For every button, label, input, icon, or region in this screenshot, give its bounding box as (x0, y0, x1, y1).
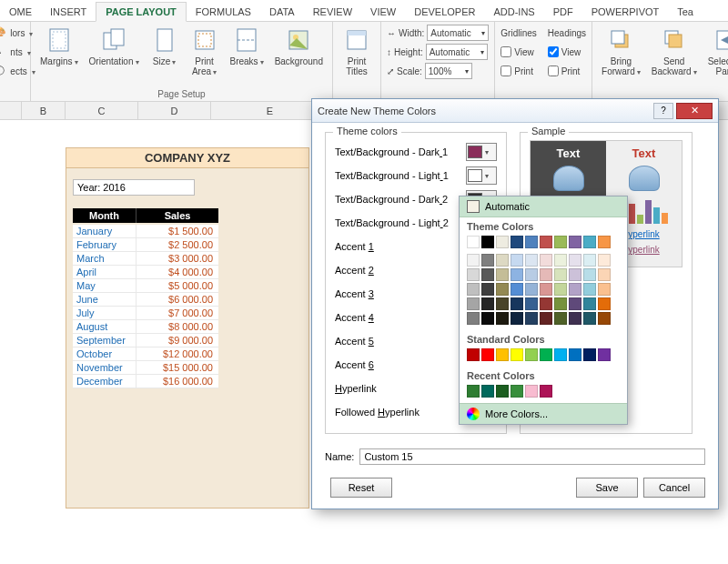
color-swatch[interactable] (511, 283, 523, 296)
color-swatch[interactable] (540, 312, 552, 325)
width-combo[interactable]: Automatic (427, 25, 489, 41)
color-swatch[interactable] (554, 297, 567, 310)
table-row[interactable]: April$4 000.00 (73, 266, 218, 279)
gridlines-view-check[interactable]: View (500, 43, 536, 61)
scale-combo[interactable]: 100% (425, 63, 472, 79)
color-swatch[interactable] (481, 254, 494, 267)
print-area-button[interactable]: Print Area (187, 24, 223, 79)
color-swatch[interactable] (583, 348, 596, 361)
color-swatch[interactable] (598, 254, 611, 267)
table-row[interactable]: October$12 000.00 (73, 347, 218, 361)
background-button[interactable]: Background (271, 24, 327, 68)
color-swatch[interactable] (467, 385, 480, 398)
color-swatch[interactable] (467, 312, 480, 325)
color-swatch[interactable] (525, 283, 538, 296)
size-button[interactable]: Size (147, 24, 183, 69)
color-swatch[interactable] (598, 312, 611, 325)
color-swatch[interactable] (569, 297, 581, 310)
color-swatch[interactable] (583, 254, 596, 267)
table-row[interactable]: January$1 500.00 (73, 225, 218, 238)
tab-data[interactable]: DATA (260, 3, 304, 21)
automatic-color-option[interactable]: Automatic (460, 196, 627, 217)
save-button[interactable]: Save (576, 478, 638, 498)
table-row[interactable]: December$16 000.00 (73, 375, 218, 388)
color-swatch[interactable] (511, 348, 523, 361)
color-swatch[interactable] (554, 236, 567, 248)
color-swatch[interactable] (540, 236, 552, 248)
color-swatch[interactable] (496, 385, 509, 398)
color-swatch[interactable] (481, 385, 494, 398)
tab-add-ins[interactable]: ADD-INS (484, 3, 543, 21)
bring-forward-button[interactable]: Bring Forward (598, 24, 644, 79)
color-swatch[interactable] (525, 297, 538, 310)
table-row[interactable]: November$15 000.00 (73, 361, 218, 375)
color-swatch[interactable] (554, 283, 567, 296)
table-row[interactable]: March$3 000.00 (73, 252, 218, 266)
color-swatch[interactable] (569, 312, 581, 325)
tab-formulas[interactable]: FORMULAS (187, 3, 260, 21)
color-swatch[interactable] (511, 297, 523, 310)
help-button[interactable]: ? (653, 103, 673, 119)
color-swatch[interactable] (511, 312, 523, 325)
year-cell[interactable]: Year: 2016 (73, 179, 195, 196)
dialog-titlebar[interactable]: Create New Theme Colors ? ✕ (312, 99, 718, 123)
color-swatch[interactable] (598, 283, 611, 296)
column-header-C[interactable]: C (66, 102, 138, 119)
tab-pdf[interactable]: PDF (544, 3, 582, 21)
color-swatch[interactable] (496, 312, 509, 325)
color-swatch[interactable] (496, 297, 509, 310)
color-swatch[interactable] (583, 312, 596, 325)
gridlines-print-check[interactable]: Print (500, 62, 536, 80)
color-swatch[interactable] (598, 348, 611, 361)
effects-dropdown[interactable]: ◯ects (0, 62, 35, 80)
color-swatch[interactable] (598, 236, 611, 248)
breaks-button[interactable]: Breaks (227, 24, 268, 69)
color-swatch[interactable] (525, 385, 538, 398)
color-swatch[interactable] (540, 348, 552, 361)
color-swatch[interactable] (540, 283, 552, 296)
color-swatch[interactable] (496, 254, 509, 267)
color-swatch[interactable] (467, 283, 480, 296)
color-swatch[interactable] (540, 268, 552, 281)
table-row[interactable]: May$5 000.00 (73, 279, 218, 293)
colors-dropdown[interactable]: 🎨lors (0, 24, 35, 42)
color-swatch[interactable] (598, 297, 611, 310)
cancel-button[interactable]: Cancel (643, 478, 705, 498)
color-swatch[interactable] (481, 268, 494, 281)
reset-button[interactable]: Reset (330, 478, 392, 498)
tab-view[interactable]: VIEW (361, 3, 405, 21)
tab-powerpivot[interactable]: POWERPIVOT (582, 3, 669, 21)
table-row[interactable]: February$2 500.00 (73, 238, 218, 252)
color-swatch[interactable] (525, 236, 538, 248)
tab-tea[interactable]: Tea (668, 3, 703, 21)
color-swatch[interactable] (525, 254, 538, 267)
color-swatch[interactable] (554, 254, 567, 267)
color-swatch[interactable] (481, 312, 494, 325)
color-swatch[interactable] (467, 297, 480, 310)
color-swatch[interactable] (467, 254, 480, 267)
color-swatch[interactable] (569, 268, 581, 281)
color-swatch[interactable] (583, 283, 596, 296)
color-swatch[interactable] (496, 283, 509, 296)
color-swatch[interactable] (554, 348, 567, 361)
tab-developer[interactable]: DEVELOPER (405, 3, 484, 21)
table-row[interactable]: June$6 000.00 (73, 293, 218, 307)
tab-review[interactable]: REVIEW (304, 3, 361, 21)
color-swatch[interactable] (467, 236, 480, 248)
color-swatch[interactable] (583, 297, 596, 310)
color-swatch[interactable] (540, 385, 552, 398)
tab-ome[interactable]: OME (0, 3, 41, 21)
color-swatch[interactable] (598, 268, 611, 281)
color-swatch[interactable] (481, 236, 494, 248)
height-combo[interactable]: Automatic (426, 44, 488, 60)
color-swatch[interactable] (511, 268, 523, 281)
color-swatch[interactable] (569, 236, 581, 248)
color-swatch[interactable] (525, 312, 538, 325)
color-swatch[interactable] (481, 283, 494, 296)
color-swatch[interactable] (481, 297, 494, 310)
color-swatch[interactable] (554, 312, 567, 325)
color-swatch[interactable] (554, 268, 567, 281)
color-swatch[interactable] (467, 348, 480, 361)
color-swatch[interactable] (569, 283, 581, 296)
color-swatch[interactable] (525, 348, 538, 361)
